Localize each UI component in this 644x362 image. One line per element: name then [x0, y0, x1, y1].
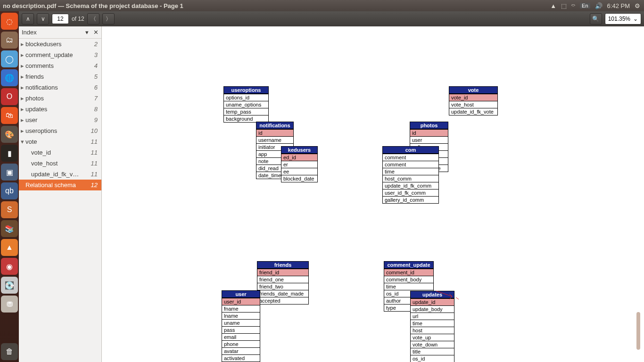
ext-drive-icon[interactable]: ⛃ — [1, 296, 18, 313]
gear-icon[interactable]: ⚙ — [635, 2, 640, 9]
page-number-input[interactable] — [52, 14, 69, 24]
files-icon[interactable]: 🗂 — [1, 32, 18, 49]
evince-toolbar: ∧ ∨ of 12 〈 〉 🔍 101.35% ⌄ — [19, 11, 644, 26]
db-table-user: useruser_idfnamelnameunamepassemailphone… — [222, 290, 260, 362]
index-item-comment-update[interactable]: ▸comment_update3 — [19, 49, 101, 60]
wifi-icon[interactable]: ⌔ — [571, 2, 575, 9]
chrome-icon[interactable]: ◯ — [1, 50, 18, 67]
spotify-icon[interactable]: ◉ — [1, 258, 18, 275]
vlc-tray-icon[interactable]: ▲ — [550, 2, 556, 9]
index-title: Index — [22, 29, 85, 36]
index-item-comments[interactable]: ▸comments4 — [19, 60, 101, 71]
close-icon[interactable]: ✕ — [93, 29, 99, 36]
gimp-icon[interactable]: 🎨 — [1, 126, 18, 143]
index-dropdown-icon[interactable]: ▾ — [85, 29, 89, 36]
window-title: no description.pdf — Schema of the proje… — [3, 2, 550, 9]
software-center-icon[interactable]: 🛍 — [1, 107, 18, 124]
index-item-vote-host[interactable]: vote_host11 — [19, 158, 101, 169]
dropbox-icon[interactable]: ⬚ — [561, 2, 567, 9]
index-item-vote-id[interactable]: vote_id11 — [19, 147, 101, 158]
scroll-indicator[interactable] — [636, 312, 640, 350]
index-item-vote[interactable]: ▾vote11 — [19, 136, 101, 147]
index-item-relational-schema[interactable]: Relational schema12 — [19, 180, 101, 190]
firefox-icon[interactable]: 🌐 — [1, 69, 18, 86]
system-tray: ▲ ⬚ ⌔ En 🔊 6:42 PM ⚙ — [550, 2, 644, 9]
index-item-update-id-fk-v-[interactable]: update_id_fk_v…11 — [19, 169, 101, 180]
terminal-icon[interactable]: ▮ — [1, 145, 18, 162]
ubuntu-menubar: no description.pdf — Schema of the proje… — [0, 0, 644, 11]
document-canvas[interactable]: useroptionsoptions_iduname_optionstemp_p… — [102, 26, 644, 362]
page-back-button[interactable]: 〈 — [87, 13, 99, 25]
index-item-useroptions[interactable]: ▸useroptions10 — [19, 125, 101, 136]
search-icon[interactable]: 🔍 — [590, 13, 602, 25]
next-result-button[interactable]: ∨ — [37, 13, 49, 25]
zoom-level-dropdown[interactable]: 101.35% ⌄ — [605, 13, 641, 25]
db-table-blockedusers: kedusersed_idereeblocked_date — [281, 146, 318, 182]
index-item-user[interactable]: ▸user9 — [19, 115, 101, 125]
disk-icon[interactable]: 💽 — [1, 277, 18, 294]
qbittorrent-icon[interactable]: qb — [1, 182, 18, 199]
index-header: Index ▾ ✕ — [19, 26, 101, 39]
dash-icon[interactable]: ◌ — [1, 13, 18, 30]
books-icon[interactable]: 📚 — [1, 220, 18, 237]
index-item-notifications[interactable]: ▸notifications6 — [19, 82, 101, 93]
opera-icon[interactable]: O — [1, 88, 18, 105]
db-table-friends: friendsfriend_idfriend_onefriend_twofrie… — [257, 261, 309, 304]
unity-launcher: ◌ 🗂 ◯ 🌐 O 🛍 🎨 ▮ ▣ qb S 📚 ▲ ◉ 💽 ⛃ 🗑 — [0, 11, 19, 362]
chevron-down-icon: ⌄ — [633, 16, 638, 22]
db-table-vote: votevote_idvote_hostupdate_id_fk_vote — [449, 86, 498, 115]
virtualbox-icon[interactable]: ▣ — [1, 164, 18, 181]
zoom-value: 101.35% — [608, 16, 630, 22]
vlc-icon[interactable]: ▲ — [1, 239, 18, 256]
sublime-icon[interactable]: S — [1, 201, 18, 218]
page-forward-button[interactable]: 〉 — [102, 13, 115, 25]
prev-result-button[interactable]: ∧ — [22, 13, 34, 25]
db-table-updates: updatesupdate_idupdate_bodyurltimehostvo… — [410, 291, 454, 362]
clock[interactable]: 6:42 PM — [607, 2, 630, 9]
db-table-comments: comcommentcommenttimehost_commupdate_id_… — [382, 146, 439, 204]
index-item-friends[interactable]: ▸friends5 — [19, 71, 101, 82]
page-count-label: of 12 — [72, 16, 84, 22]
index-item-photos[interactable]: ▸photos7 — [19, 93, 101, 104]
volume-icon[interactable]: 🔊 — [595, 2, 603, 9]
keyboard-layout-badge[interactable]: En — [580, 3, 590, 8]
index-item-updates[interactable]: ▸updates8 — [19, 104, 101, 115]
db-table-useroptions: useroptionsoptions_iduname_optionstemp_p… — [223, 86, 269, 123]
index-sidebar: Index ▾ ✕ ▸blockedusers2▸comment_update3… — [19, 26, 102, 362]
index-item-blockedusers[interactable]: ▸blockedusers2 — [19, 39, 101, 49]
trash-icon[interactable]: 🗑 — [1, 343, 18, 360]
index-list: ▸blockedusers2▸comment_update3▸comments4… — [19, 39, 101, 190]
